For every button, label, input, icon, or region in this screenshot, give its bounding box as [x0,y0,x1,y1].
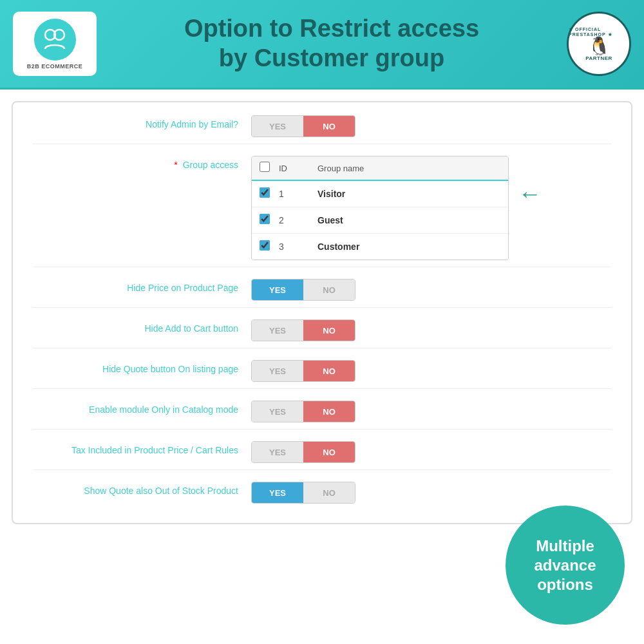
notify-admin-row: Notify Admin by Email? YES NO [32,115,612,144]
header-checkbox-cell [260,162,279,175]
hide-price-yes-button[interactable]: YES [252,279,303,300]
title-line1: Option to Restrict access by Customer gr… [109,14,554,73]
hide-price-no-button[interactable]: NO [303,279,355,300]
row3-name: Customer [317,242,500,252]
row3-id: 3 [279,242,317,252]
row1-checkbox[interactable] [260,187,270,198]
main-content: Notify Admin by Email? YES NO * Group ac… [12,101,632,524]
enable-catalog-yes-button[interactable]: YES [252,401,303,422]
logo-text: B2B ECOMMERCE [27,63,83,70]
logo: B2B ECOMMERCE [13,12,97,76]
options-bubble: Multiple advance options [506,506,625,625]
required-star: * [174,160,177,170]
table-row: 3 Customer [252,234,508,260]
hide-cart-toggle[interactable]: YES NO [251,319,355,341]
hide-cart-no-button[interactable]: NO [303,320,355,341]
enable-catalog-label: Enable module Only in Catalog mode [32,401,251,415]
group-access-row: * Group access ID Group name [32,156,612,267]
header-title: Option to Restrict access by Customer gr… [97,14,567,73]
row2-id: 2 [279,215,317,225]
show-quote-toggle[interactable]: YES NO [251,482,355,504]
tax-no-button[interactable]: NO [303,442,355,462]
hide-cart-label: Hide Add to Cart button [32,319,251,334]
notify-toggle[interactable]: YES NO [251,115,355,137]
badge-penguin-icon: 🐧 [588,37,611,55]
tax-label: Tax Included in Product Price / Cart Rul… [32,441,251,455]
select-all-checkbox[interactable] [260,162,270,172]
notify-yes-button[interactable]: YES [252,116,303,137]
row1-checkbox-cell [260,187,279,200]
hide-quote-row: Hide Quote button On listing page YES NO [32,360,612,389]
group-access-label: * Group access [32,156,251,170]
badge-bottom-text: PARTNER [585,55,612,61]
arrow-indicator: ← [518,180,542,207]
table-row: 1 Visitor [252,181,508,207]
hide-quote-yes-button[interactable]: YES [252,361,303,381]
hide-cart-yes-button[interactable]: YES [252,320,303,341]
table-row: 2 Guest [252,207,508,234]
row2-checkbox-cell [260,214,279,227]
bubble-text: Multiple advance options [518,536,612,594]
hide-quote-label: Hide Quote button On listing page [32,360,251,374]
show-quote-label: Show Quote also Out of Stock Product [32,482,251,496]
table-header: ID Group name [252,156,508,181]
notify-no-button[interactable]: NO [303,116,355,137]
row1-id: 1 [279,189,317,199]
header-id: ID [279,164,317,173]
hide-price-label: Hide Price on Product Page [32,279,251,293]
logo-icon [34,19,76,61]
show-quote-yes-button[interactable]: YES [252,482,303,503]
hide-price-toggle[interactable]: YES NO [251,279,355,301]
tax-yes-button[interactable]: YES [252,442,303,462]
notify-label: Notify Admin by Email? [32,115,251,129]
row3-checkbox-cell [260,240,279,253]
tax-row: Tax Included in Product Price / Cart Rul… [32,441,612,470]
enable-catalog-toggle[interactable]: YES NO [251,401,355,422]
row1-name: Visitor [317,189,500,199]
enable-catalog-row: Enable module Only in Catalog mode YES N… [32,401,612,430]
hide-price-row: Hide Price on Product Page YES NO [32,279,612,308]
row3-checkbox[interactable] [260,240,270,251]
group-table: ID Group name 1 Visitor [251,156,509,260]
header-name: Group name [317,164,500,173]
show-quote-row: Show Quote also Out of Stock Product YES… [32,482,612,510]
page-container: B2B ECOMMERCE Option to Restrict access … [0,0,644,644]
hide-quote-toggle[interactable]: YES NO [251,360,355,382]
enable-catalog-no-button[interactable]: NO [303,401,355,422]
row2-checkbox[interactable] [260,214,270,224]
header: B2B ECOMMERCE Option to Restrict access … [0,0,644,90]
prestashop-badge: ★ OFFICIAL PRESTASHOP ★ 🐧 PARTNER [567,12,631,76]
row2-name: Guest [317,215,500,225]
hide-quote-no-button[interactable]: NO [303,361,355,381]
show-quote-no-button[interactable]: NO [303,482,355,503]
hide-cart-row: Hide Add to Cart button YES NO [32,319,612,348]
tax-toggle[interactable]: YES NO [251,441,355,463]
